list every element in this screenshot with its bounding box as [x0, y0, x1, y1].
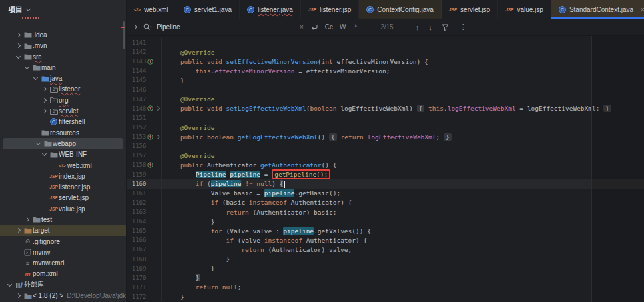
- code-line-1170[interactable]: 1170 }: [127, 273, 644, 283]
- tree-item-listener[interactable]: listener: [0, 84, 126, 95]
- tree-item-.gitignore[interactable]: ⊘.gitignore: [0, 236, 126, 247]
- code-editor[interactable]: 11411142 @Override1143 public void setEf…: [127, 36, 644, 302]
- code-line-1160[interactable]: 1160 if (pipeline != null) {: [127, 179, 644, 189]
- override-gutter-icon[interactable]: [147, 59, 153, 65]
- chevron-down-icon[interactable]: [25, 65, 29, 69]
- tree-item-target[interactable]: target: [0, 225, 126, 236]
- tab-standardcontext.java[interactable]: CStandardContext.java×: [551, 0, 644, 19]
- code-line-1141[interactable]: 1141: [127, 38, 644, 47]
- code-line-1164[interactable]: 1164 }: [127, 217, 644, 226]
- chevron-right-icon[interactable]: [16, 228, 21, 233]
- tab-web.xml[interactable]: </>web.xml: [127, 0, 176, 19]
- tree-item-mvnw[interactable]: mvnw: [0, 247, 126, 257]
- tree-item-label: web.xml: [67, 162, 92, 169]
- chevron-down-icon[interactable]: [36, 141, 41, 145]
- tab-listener.jsp[interactable]: JSPlistener.jsp: [301, 0, 360, 19]
- code-line-1166[interactable]: 1166 if (valve instanceof Authenticator)…: [127, 235, 644, 245]
- tab-servlet1.java[interactable]: Cservlet1.java: [176, 0, 240, 19]
- tree-item-index.jsp[interactable]: JSPindex.jsp: [0, 171, 126, 181]
- code-line-1151[interactable]: 1151: [127, 113, 644, 123]
- tree-item-filtershell[interactable]: Cfiltershell: [0, 117, 126, 127]
- code-line-1145[interactable]: 1145 }: [127, 75, 644, 85]
- chevron-right-icon[interactable]: [16, 293, 21, 298]
- override-gutter-icon[interactable]: [147, 162, 153, 168]
- code-line-1156[interactable]: 1156: [127, 141, 644, 151]
- chevron-right-icon[interactable]: [25, 217, 29, 222]
- chevron-down-icon[interactable]: [33, 75, 38, 80]
- match-count: 2/15: [380, 23, 393, 31]
- code-line-1143[interactable]: 1143 public void setEffectiveMinorVersio…: [127, 57, 644, 66]
- chevron-down-icon[interactable]: [7, 282, 12, 287]
- filter-icon[interactable]: [442, 24, 449, 31]
- tree-item-java[interactable]: java: [0, 73, 126, 83]
- tab-listener.java[interactable]: Clistener.java: [240, 0, 301, 19]
- tree-item-.mvn[interactable]: .mvn: [0, 41, 126, 51]
- tree-item-listener.jsp[interactable]: JSPlistener.jsp: [0, 181, 126, 192]
- tree-item-.idea[interactable]: .idea: [0, 29, 126, 40]
- code-line-1153[interactable]: 1153 public boolean getLogEffectiveWebXm…: [127, 132, 644, 141]
- tree-item-mvnw.cmd[interactable]: ≡mvnw.cmd: [0, 258, 126, 269]
- tab-value.jsp[interactable]: JSPvalue.jsp: [498, 0, 551, 19]
- tab-contextconfig.java[interactable]: CContextConfig.java: [359, 0, 442, 19]
- tree-item-root-partial[interactable]: [0, 19, 126, 29]
- code-line-1161[interactable]: 1161 Valve basic = pipeline.getBasic();: [127, 189, 644, 198]
- chevron-right-icon[interactable]: [16, 33, 21, 37]
- override-gutter-icon[interactable]: [147, 134, 153, 140]
- tree-scrollbar[interactable]: [123, 21, 125, 49]
- code-line-1162[interactable]: 1162 if (basic instanceof Authenticator)…: [127, 198, 644, 207]
- tree-item-resources[interactable]: resources: [0, 127, 126, 138]
- code-line-1148[interactable]: 1148 public void setLogEffectiveWebXml(b…: [127, 104, 644, 113]
- whole-words-toggle[interactable]: W: [340, 23, 346, 31]
- chevron-right-icon[interactable]: [42, 98, 47, 103]
- code-line-1168[interactable]: 1168 }: [127, 255, 644, 264]
- clear-search-icon[interactable]: ×: [300, 23, 304, 31]
- search-input[interactable]: Pipeline: [143, 23, 296, 31]
- tree-item-value.jsp[interactable]: JSPvalue.jsp: [0, 203, 126, 214]
- code-line-1172[interactable]: 1172 }: [127, 292, 644, 301]
- code-line-1159[interactable]: 1159 Pipeline pipeline = getPipeline();: [127, 170, 644, 179]
- tree-item-外部库[interactable]: 外部库: [0, 279, 126, 290]
- chevron-down-icon[interactable]: [16, 53, 21, 58]
- tree-item-test[interactable]: test: [0, 214, 126, 225]
- fold-icon[interactable]: [155, 135, 160, 139]
- newline-icon[interactable]: [310, 24, 318, 31]
- chevron-right-icon[interactable]: [42, 109, 47, 113]
- override-gutter-icon[interactable]: [147, 105, 153, 111]
- tree-item-src[interactable]: src: [0, 51, 126, 62]
- code-line-1147[interactable]: 1147 @Override: [127, 95, 644, 104]
- code-text: public boolean getLogEffectiveWebXml() {…: [162, 133, 452, 141]
- code-line-1142[interactable]: 1142 @Override: [127, 47, 644, 57]
- previous-match-button[interactable]: ↑: [416, 23, 420, 31]
- code-line-1146[interactable]: 1146: [127, 85, 644, 95]
- expand-replace-icon[interactable]: [133, 25, 137, 29]
- code-line-1158[interactable]: 1158 public Authenticator getAuthenticat…: [127, 160, 644, 169]
- fold-icon[interactable]: [155, 106, 160, 111]
- match-case-toggle[interactable]: Cc: [325, 23, 333, 31]
- tree-item-pom.xml[interactable]: mpom.xml: [0, 269, 126, 279]
- code-line-1157[interactable]: 1157 @Override: [127, 151, 644, 160]
- tree-item-servlet.jsp[interactable]: JSPservlet.jsp: [0, 193, 126, 203]
- tree-item-web-inf[interactable]: WEB-INF: [0, 149, 126, 160]
- chevron-down-icon[interactable]: [42, 151, 47, 156]
- tree-item-web.xml[interactable]: </>web.xml: [0, 160, 126, 171]
- project-panel-header[interactable]: 项目: [0, 0, 126, 19]
- code-line-1167[interactable]: 1167 return (Authenticator) valve;: [127, 245, 644, 254]
- chevron-right-icon[interactable]: [42, 87, 47, 91]
- code-line-1163[interactable]: 1163 return (Authenticator) basic;: [127, 207, 644, 217]
- tree-item-servlet[interactable]: servlet: [0, 105, 126, 116]
- tree-item--1.8-2-[interactable]: < 1.8 (2) >D:\Develop\Java\jdk1.: [0, 290, 126, 301]
- next-match-button[interactable]: ↓: [428, 23, 432, 31]
- more-options-button[interactable]: ⋮: [460, 23, 467, 31]
- code-line-1152[interactable]: 1152 @Override: [127, 123, 644, 132]
- code-line-1144[interactable]: 1144 this.effectiveMinorVersion = effect…: [127, 66, 644, 75]
- regex-toggle[interactable]: .*: [353, 23, 358, 31]
- chevron-right-icon[interactable]: [16, 43, 21, 48]
- code-line-1165[interactable]: 1165 for (Valve valve : pipeline.getValv…: [127, 226, 644, 235]
- close-icon[interactable]: ×: [641, 6, 644, 13]
- code-line-1169[interactable]: 1169 }: [127, 264, 644, 273]
- code-line-1171[interactable]: 1171 return null;: [127, 283, 644, 292]
- tree-item-webapp[interactable]: webapp: [3, 138, 123, 149]
- tree-item-main[interactable]: main: [0, 62, 126, 73]
- tab-servlet.jsp[interactable]: JSPservlet.jsp: [442, 0, 498, 19]
- tree-item-org[interactable]: org: [0, 95, 126, 105]
